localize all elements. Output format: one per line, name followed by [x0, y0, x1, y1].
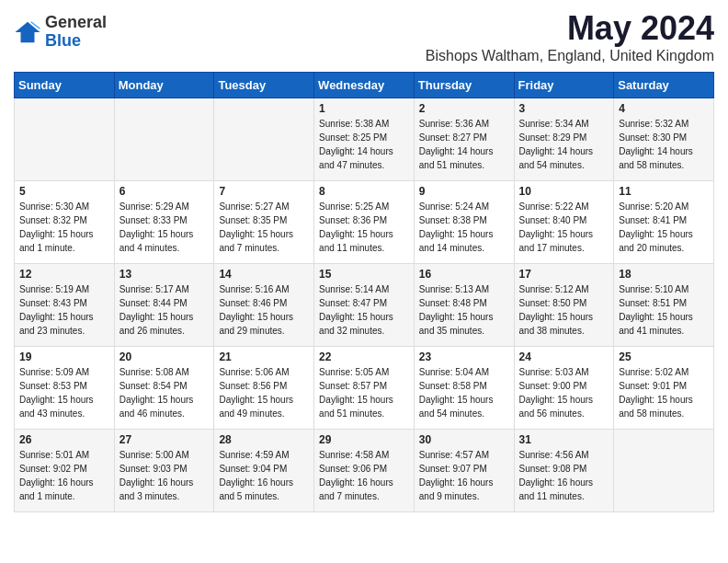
day-info: Sunrise: 5:03 AMSunset: 9:00 PMDaylight:…	[519, 365, 609, 420]
day-info: Sunrise: 5:13 AMSunset: 8:48 PMDaylight:…	[419, 282, 509, 338]
calendar-cell: 19Sunrise: 5:09 AMSunset: 8:53 PMDayligh…	[15, 347, 115, 430]
day-number: 1	[319, 102, 409, 115]
calendar-cell: 9Sunrise: 5:24 AMSunset: 8:38 PMDaylight…	[414, 181, 514, 264]
calendar-cell	[214, 98, 314, 181]
day-info: Sunrise: 5:34 AMSunset: 8:29 PMDaylight:…	[519, 117, 609, 172]
day-info: Sunrise: 5:27 AMSunset: 8:35 PMDaylight:…	[219, 200, 309, 255]
days-header-row: SundayMondayTuesdayWednesdayThursdayFrid…	[15, 73, 714, 98]
day-number: 4	[619, 102, 709, 115]
day-header-saturday: Saturday	[614, 73, 714, 98]
day-header-friday: Friday	[514, 73, 614, 98]
day-number: 17	[519, 268, 609, 281]
day-info: Sunrise: 5:01 AMSunset: 9:02 PMDaylight:…	[19, 448, 109, 503]
day-number: 19	[19, 350, 109, 363]
day-info: Sunrise: 4:57 AMSunset: 9:07 PMDaylight:…	[419, 448, 509, 503]
day-number: 9	[419, 185, 509, 198]
day-info: Sunrise: 5:12 AMSunset: 8:50 PMDaylight:…	[519, 282, 609, 338]
day-number: 6	[119, 185, 210, 198]
logo-blue: Blue	[45, 32, 107, 51]
day-info: Sunrise: 5:05 AMSunset: 8:57 PMDaylight:…	[319, 365, 409, 420]
calendar-cell: 18Sunrise: 5:10 AMSunset: 8:51 PMDayligh…	[614, 264, 714, 347]
title-area: May 2024 Bishops Waltham, England, Unite…	[426, 9, 714, 64]
day-number: 27	[119, 433, 210, 446]
day-info: Sunrise: 4:56 AMSunset: 9:08 PMDaylight:…	[519, 448, 609, 503]
calendar-cell: 16Sunrise: 5:13 AMSunset: 8:48 PMDayligh…	[414, 264, 514, 347]
day-info: Sunrise: 5:17 AMSunset: 8:44 PMDaylight:…	[119, 282, 210, 338]
week-row-1: 1Sunrise: 5:38 AMSunset: 8:25 PMDaylight…	[15, 98, 714, 181]
calendar-cell: 1Sunrise: 5:38 AMSunset: 8:25 PMDaylight…	[314, 98, 415, 181]
day-info: Sunrise: 5:02 AMSunset: 9:01 PMDaylight:…	[619, 365, 709, 420]
day-info: Sunrise: 5:09 AMSunset: 8:53 PMDaylight:…	[19, 365, 109, 420]
calendar-cell: 3Sunrise: 5:34 AMSunset: 8:29 PMDaylight…	[514, 98, 614, 181]
day-number: 31	[519, 433, 609, 446]
calendar-cell: 22Sunrise: 5:05 AMSunset: 8:57 PMDayligh…	[314, 347, 415, 430]
day-number: 30	[419, 433, 509, 446]
calendar-cell: 5Sunrise: 5:30 AMSunset: 8:32 PMDaylight…	[15, 181, 115, 264]
day-info: Sunrise: 5:00 AMSunset: 9:03 PMDaylight:…	[119, 448, 210, 503]
day-info: Sunrise: 5:30 AMSunset: 8:32 PMDaylight:…	[19, 200, 109, 255]
calendar-cell: 28Sunrise: 4:59 AMSunset: 9:04 PMDayligh…	[214, 430, 314, 512]
day-number: 22	[319, 350, 409, 363]
day-info: Sunrise: 5:10 AMSunset: 8:51 PMDaylight:…	[619, 282, 709, 338]
day-number: 12	[19, 268, 109, 281]
calendar-cell: 20Sunrise: 5:08 AMSunset: 8:54 PMDayligh…	[114, 347, 214, 430]
day-info: Sunrise: 5:16 AMSunset: 8:46 PMDaylight:…	[219, 282, 309, 338]
week-row-5: 26Sunrise: 5:01 AMSunset: 9:02 PMDayligh…	[15, 430, 714, 512]
day-number: 15	[319, 268, 409, 281]
logo: General Blue	[14, 14, 107, 51]
day-number: 5	[19, 185, 109, 198]
day-number: 10	[519, 185, 609, 198]
day-number: 26	[19, 433, 109, 446]
day-info: Sunrise: 5:24 AMSunset: 8:38 PMDaylight:…	[419, 200, 509, 255]
day-info: Sunrise: 5:25 AMSunset: 8:36 PMDaylight:…	[319, 200, 409, 255]
day-info: Sunrise: 4:59 AMSunset: 9:04 PMDaylight:…	[219, 448, 309, 503]
day-number: 23	[419, 350, 509, 363]
calendar-cell: 13Sunrise: 5:17 AMSunset: 8:44 PMDayligh…	[114, 264, 214, 347]
day-info: Sunrise: 5:36 AMSunset: 8:27 PMDaylight:…	[419, 117, 509, 172]
day-header-thursday: Thursday	[414, 73, 514, 98]
day-number: 18	[619, 268, 709, 281]
calendar-cell: 10Sunrise: 5:22 AMSunset: 8:40 PMDayligh…	[514, 181, 614, 264]
day-number: 20	[119, 350, 210, 363]
month-title: May 2024	[426, 9, 714, 48]
calendar-cell	[614, 430, 714, 512]
calendar-cell: 14Sunrise: 5:16 AMSunset: 8:46 PMDayligh…	[214, 264, 314, 347]
day-header-monday: Monday	[114, 73, 214, 98]
day-number: 2	[419, 102, 509, 115]
location: Bishops Waltham, England, United Kingdom	[426, 48, 714, 64]
calendar-cell	[15, 98, 115, 181]
calendar-cell: 12Sunrise: 5:19 AMSunset: 8:43 PMDayligh…	[15, 264, 115, 347]
week-row-2: 5Sunrise: 5:30 AMSunset: 8:32 PMDaylight…	[15, 181, 714, 264]
day-number: 29	[319, 433, 409, 446]
day-number: 16	[419, 268, 509, 281]
calendar-cell: 15Sunrise: 5:14 AMSunset: 8:47 PMDayligh…	[314, 264, 415, 347]
calendar-cell	[114, 98, 214, 181]
day-info: Sunrise: 5:19 AMSunset: 8:43 PMDaylight:…	[19, 282, 109, 338]
day-number: 25	[619, 350, 709, 363]
calendar-cell: 21Sunrise: 5:06 AMSunset: 8:56 PMDayligh…	[214, 347, 314, 430]
calendar-cell: 25Sunrise: 5:02 AMSunset: 9:01 PMDayligh…	[614, 347, 714, 430]
calendar-cell: 30Sunrise: 4:57 AMSunset: 9:07 PMDayligh…	[414, 430, 514, 512]
header: General Blue May 2024 Bishops Waltham, E…	[14, 9, 714, 64]
logo-general: General	[45, 14, 107, 32]
day-info: Sunrise: 4:58 AMSunset: 9:06 PMDaylight:…	[319, 448, 409, 503]
calendar-cell: 4Sunrise: 5:32 AMSunset: 8:30 PMDaylight…	[614, 98, 714, 181]
day-number: 13	[119, 268, 210, 281]
day-info: Sunrise: 5:29 AMSunset: 8:33 PMDaylight:…	[119, 200, 210, 255]
day-number: 21	[219, 350, 309, 363]
calendar-cell: 8Sunrise: 5:25 AMSunset: 8:36 PMDaylight…	[314, 181, 415, 264]
day-info: Sunrise: 5:22 AMSunset: 8:40 PMDaylight:…	[519, 200, 609, 255]
day-info: Sunrise: 5:04 AMSunset: 8:58 PMDaylight:…	[419, 365, 509, 420]
calendar-cell: 31Sunrise: 4:56 AMSunset: 9:08 PMDayligh…	[514, 430, 614, 512]
day-info: Sunrise: 5:20 AMSunset: 8:41 PMDaylight:…	[619, 200, 709, 255]
calendar-cell: 2Sunrise: 5:36 AMSunset: 8:27 PMDaylight…	[414, 98, 514, 181]
calendar-cell: 6Sunrise: 5:29 AMSunset: 8:33 PMDaylight…	[114, 181, 214, 264]
day-number: 24	[519, 350, 609, 363]
week-row-4: 19Sunrise: 5:09 AMSunset: 8:53 PMDayligh…	[15, 347, 714, 430]
day-number: 8	[319, 185, 409, 198]
day-number: 7	[219, 185, 309, 198]
calendar-cell: 11Sunrise: 5:20 AMSunset: 8:41 PMDayligh…	[614, 181, 714, 264]
calendar-table: SundayMondayTuesdayWednesdayThursdayFrid…	[14, 72, 714, 512]
day-number: 11	[619, 185, 709, 198]
calendar-cell: 24Sunrise: 5:03 AMSunset: 9:00 PMDayligh…	[514, 347, 614, 430]
